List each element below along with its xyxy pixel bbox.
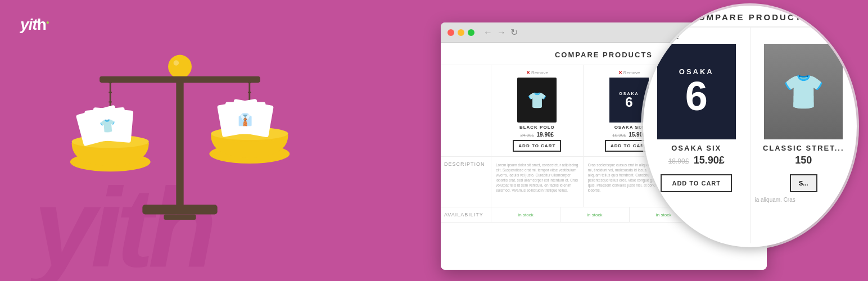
magnified-price-2: 150 <box>755 155 853 166</box>
add-to-cart-button-1[interactable]: ADD TO CART <box>513 140 561 152</box>
magnified-remove-1[interactable]: ✕ Remove <box>648 32 745 40</box>
svg-point-4 <box>171 58 188 75</box>
magnified-add-to-cart-button-1[interactable]: ADD TO CART <box>661 174 732 192</box>
magnified-product-2: ✕ 👕 CLASSIC STRET... 150 S... ia aliquam… <box>751 28 857 243</box>
label-availability: AVAILABILITY <box>441 207 491 222</box>
svg-rect-0 <box>176 71 183 210</box>
browser-forward-button[interactable]: → <box>497 28 506 38</box>
magnified-product-name-1: OSAKA SIX <box>648 144 745 152</box>
avail-1: In stock <box>491 207 560 222</box>
label-col-empty <box>441 65 491 156</box>
add-to-cart-btn-1-wrapper: ADD TO CART <box>495 138 580 152</box>
magnified-product-1: ✕ Remove OSAKA 6 OSAKA SIX 18.90£ 15.90£… <box>643 28 751 243</box>
magnified-product-name-2: CLASSIC STRET... <box>755 144 853 152</box>
svg-rect-1 <box>142 205 217 214</box>
browser-close-dot[interactable] <box>447 29 454 36</box>
avail-2: In stock <box>560 207 630 222</box>
svg-text:👕: 👕 <box>99 117 116 134</box>
magnified-osaka-shirt: OSAKA 6 <box>657 44 736 139</box>
browser-minimize-dot[interactable] <box>458 29 464 36</box>
product-col-1: ✕ Remove 👕 BLACK POLO 24.90£ 19.90£ ADD … <box>491 65 584 156</box>
magnified-set-options-button-2[interactable]: S... <box>790 174 817 192</box>
svg-rect-6 <box>100 76 260 83</box>
magnified-remove-2[interactable]: ✕ <box>755 32 853 40</box>
product-image-1: 👕 <box>517 78 557 123</box>
product-name-1: BLACK POLO <box>495 125 580 130</box>
label-description: DESCRIPTION <box>441 157 491 207</box>
svg-text:👔: 👔 <box>238 112 253 127</box>
remove-btn-1[interactable]: ✕ Remove <box>526 70 548 75</box>
magnified-price-1: 18.90£ 15.90£ <box>648 155 745 166</box>
magnified-title: COMPARE PRODUCTS <box>643 6 857 28</box>
magnified-products-row: ✕ Remove OSAKA 6 OSAKA SIX 18.90£ 15.90£… <box>643 28 857 243</box>
page-background: yith● yith <box>0 0 868 281</box>
magnified-content: COMPARE PRODUCTS ✕ Remove OSAKA 6 OSAKA … <box>643 6 857 247</box>
svg-point-5 <box>174 60 179 66</box>
scale-illustration: 👕 👔 <box>45 28 315 253</box>
remove-btn-2[interactable]: ✕ Remove <box>618 70 640 75</box>
magnified-classic-shirt: 👕 <box>764 44 843 139</box>
magnify-circle: COMPARE PRODUCTS ✕ Remove OSAKA 6 OSAKA … <box>643 6 857 247</box>
browser-maximize-dot[interactable] <box>468 29 474 36</box>
browser-nav: ← → ↻ <box>483 27 518 38</box>
product-price-1: 24.90£ 19.90£ <box>495 132 580 138</box>
browser-back-button[interactable]: ← <box>483 28 492 38</box>
svg-rect-2 <box>164 214 196 220</box>
browser-refresh-button[interactable]: ↻ <box>510 27 518 38</box>
magnified-desc-snippet: ia aliquam. Cras <box>755 197 853 203</box>
desc-1: Lorem ipsum dolor sit amet, consectetur … <box>491 157 584 207</box>
